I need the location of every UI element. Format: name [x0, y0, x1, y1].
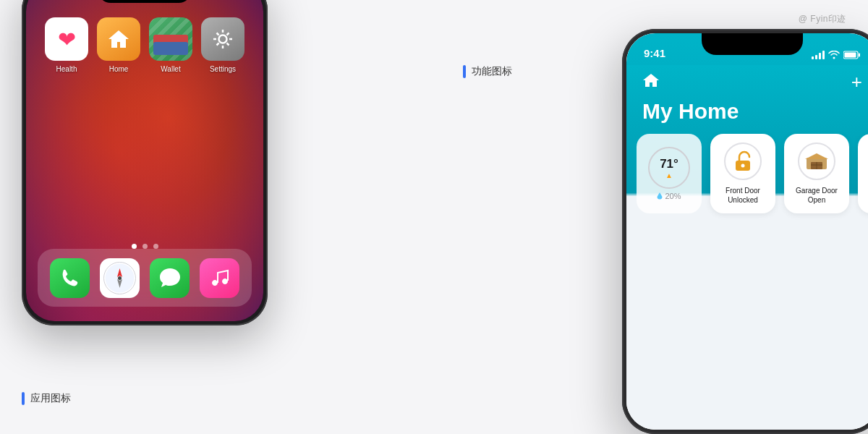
status-time: 9:41 — [644, 47, 665, 59]
label-accent-left — [22, 392, 25, 405]
water-drop-icon — [657, 192, 663, 200]
home-icon-svg — [106, 26, 132, 52]
dot-1 — [132, 244, 137, 249]
wifi-icon — [828, 51, 840, 59]
home-icon-bg — [97, 17, 140, 61]
svg-rect-17 — [859, 54, 860, 57]
iphone-right-screen: 9:41 — [626, 33, 868, 430]
status-icons — [812, 51, 861, 59]
gear-icon — [210, 27, 235, 51]
signal-icon — [812, 51, 825, 59]
svg-line-8 — [217, 43, 219, 46]
settings-label: Settings — [210, 65, 236, 73]
garage-icon-circle — [798, 142, 835, 180]
front-door-label: Front Door Unlocked — [710, 186, 775, 205]
dot-3 — [153, 244, 158, 249]
home-button-icon — [642, 72, 660, 88]
settings-icon-bg — [201, 17, 244, 61]
svg-line-6 — [227, 43, 229, 46]
svg-line-5 — [217, 33, 219, 35]
svg-line-7 — [227, 33, 229, 35]
function-icon-label: 功能图标 — [463, 65, 512, 78]
svg-point-0 — [219, 35, 227, 43]
smart-home-screen: 9:41 — [626, 33, 868, 430]
app-grid-top: ❤ Health Home — [26, 17, 263, 73]
dock-app-phone[interactable] — [50, 258, 90, 298]
garage-door-card[interactable]: Garage Door Open — [784, 134, 849, 213]
humidity-value: 20% — [665, 192, 681, 200]
heart-icon: ❤ — [58, 27, 76, 52]
messages-icon-svg — [158, 267, 182, 289]
home-label: Home — [109, 65, 129, 73]
safari-icon-svg — [100, 258, 140, 298]
notch-right — [702, 33, 803, 55]
app-health[interactable]: ❤ Health — [45, 17, 88, 73]
home-title: My Home — [642, 99, 739, 123]
temp-value: 71° — [660, 157, 678, 171]
temperature-card[interactable]: 71° ▲ 20% — [637, 134, 702, 213]
add-device-button[interactable]: + — [851, 72, 862, 91]
dot-2 — [142, 244, 148, 249]
left-section: ❤ Health Home — [0, 0, 420, 434]
garage-icon — [805, 152, 828, 171]
app-icon-label-text: 应用图标 — [30, 392, 71, 405]
health-icon-bg: ❤ — [45, 17, 88, 61]
wallet-label: Wallet — [161, 65, 180, 73]
app-wallet[interactable]: Wallet — [149, 17, 192, 73]
dock-app-music[interactable] — [200, 258, 239, 298]
app-icon-label: 应用图标 — [22, 392, 71, 405]
front-door-icon-circle — [724, 142, 762, 180]
temp-circle: 71° ▲ — [648, 147, 690, 189]
dock — [38, 249, 252, 307]
app-home[interactable]: Home — [97, 17, 140, 73]
lock-unlocked-icon — [733, 150, 753, 172]
home-nav-icon[interactable] — [642, 72, 660, 91]
page-dots — [26, 244, 263, 249]
iphone-left-screen: ❤ Health Home — [26, 0, 263, 321]
dock-app-safari[interactable] — [100, 258, 140, 298]
battery-icon — [843, 51, 861, 59]
garage-door-label: Garage Door Open — [784, 186, 849, 205]
app-settings[interactable]: Settings — [201, 17, 244, 73]
front-door-card[interactable]: Front Door Unlocked — [710, 134, 775, 213]
svg-point-14 — [118, 276, 122, 280]
phone-icon-svg — [59, 267, 81, 289]
right-section: 功能图标 9:41 — [420, 0, 868, 434]
label-accent-right — [463, 65, 466, 78]
notch-left — [98, 0, 192, 3]
iphone-right-frame: 9:41 — [622, 29, 868, 434]
function-icon-label-text: 功能图标 — [472, 65, 512, 78]
temp-arrow: ▲ — [660, 171, 678, 179]
humidity-info: 20% — [657, 192, 681, 200]
wallet-card1 — [153, 42, 188, 55]
health-label: Health — [56, 65, 77, 73]
iphone-left-frame: ❤ Health Home — [22, 0, 268, 326]
wallpaper: ❤ Health Home — [26, 0, 263, 321]
lights-card[interactable]: 3 Lights On — [858, 134, 868, 213]
dock-app-messages[interactable] — [150, 258, 190, 298]
svg-point-19 — [741, 164, 745, 168]
svg-rect-16 — [845, 53, 856, 58]
music-icon-svg — [209, 267, 231, 289]
wallet-icon-bg — [149, 17, 192, 61]
